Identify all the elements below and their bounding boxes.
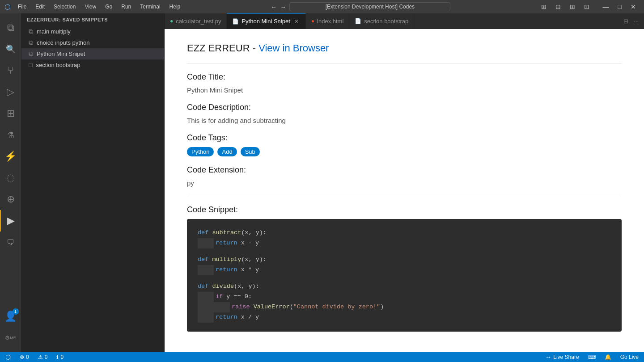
nav-forward-button[interactable]: → (280, 4, 286, 10)
menu-edit[interactable]: Edit (32, 3, 48, 11)
error-count-label: 0 (26, 354, 29, 360)
menu-go[interactable]: Go (102, 3, 116, 11)
activity-bottom: 👤 1 ⚙ME (0, 306, 21, 352)
activity-run-debug[interactable]: ▷ (0, 81, 21, 103)
tab-actions: ⊟ ··· (622, 13, 644, 29)
activity-source-control[interactable]: ⑂ (0, 60, 21, 81)
tab-calculator-label: calculator_test.py (176, 18, 221, 25)
activity-git[interactable]: ◌ (0, 167, 21, 189)
notifications-icon[interactable]: 🔔 (603, 354, 613, 360)
vscode-logo-icon: ⬡ (4, 3, 11, 11)
window-minimize-button[interactable]: — (599, 2, 613, 11)
sidebar-item-label-2: choice inputs python (37, 39, 90, 46)
activity-extensions2[interactable]: ⊕ (0, 189, 21, 210)
layout-icon-4[interactable]: ⊡ (580, 2, 593, 11)
snippet-icon-3: ⧉ (29, 50, 33, 58)
title-search[interactable]: [Extension Development Host] Codes (289, 2, 450, 11)
sidebar-item-label-1: main multiply (37, 28, 71, 35)
main-layout: ⧉ 🔍 ⑂ ▷ ⊞ ⚗ ⚡ ◌ ⊕ ▶ 🗨 👤 1 ⚙ME EZZERREUR:… (0, 13, 644, 352)
activity-extensions[interactable]: ⊞ (0, 103, 21, 124)
code-line-5: def divide(x, y): (198, 282, 611, 292)
snippet-icon-2: ⧉ (29, 39, 33, 46)
warnings-count[interactable]: ⚠ 0 (36, 354, 50, 360)
code-block: def subtract(x, y): return x - y def mul… (187, 219, 622, 332)
sidebar-item-label-4: section bootstrap (36, 62, 80, 68)
menu-view[interactable]: View (81, 3, 100, 11)
activity-bar: ⧉ 🔍 ⑂ ▷ ⊞ ⚗ ⚡ ◌ ⊕ ▶ 🗨 👤 1 ⚙ME (0, 13, 21, 352)
tab-calculator-test[interactable]: ● calculator_test.py (165, 13, 227, 29)
warning-icon: ⚠ (38, 354, 43, 360)
keyboard-icon[interactable]: ⌨ (586, 354, 597, 360)
code-line-2: return x - y (198, 238, 611, 248)
tab-section-bootstrap[interactable]: 📄 section bootstrap (349, 13, 414, 29)
code-title-value: Python Mini Snipet (187, 86, 622, 94)
snippet-icon-1: ⧉ (29, 28, 33, 35)
errors-count[interactable]: ⊗ 0 (18, 354, 31, 360)
code-line-3: def multiply(x, y): (198, 255, 611, 265)
tab-html-icon: ● (311, 18, 314, 24)
live-share-button[interactable]: ↔ Live Share (543, 354, 580, 361)
view-in-browser-link[interactable]: View in Browser (258, 42, 329, 54)
go-live-button[interactable]: Go Live (619, 354, 640, 360)
tab-index-html[interactable]: ● index.html (306, 13, 350, 29)
layout-icon-1[interactable]: ⊞ (538, 2, 550, 11)
tab-python-label: Python Mini Snipet (242, 18, 290, 25)
code-tags-label: Code Tags: (187, 133, 622, 143)
sidebar-item-label-3: Python Mini Snipet (37, 51, 85, 57)
tag-python: Python (187, 147, 214, 156)
code-line-6: if y == 0: (198, 292, 611, 302)
code-line-4: return x * y (198, 265, 611, 275)
menu-file[interactable]: File (14, 3, 30, 11)
code-description-label: Code Description: (187, 103, 622, 112)
nav-back-button[interactable]: ← (271, 4, 276, 10)
title-bar-left: ⬡ File Edit Selection View Go Run Termin… (4, 3, 184, 11)
activity-explorer[interactable]: ⧉ (0, 17, 21, 38)
code-line-7: raise ValueError("Cannot divide by zero!… (198, 302, 611, 312)
window-close-button[interactable]: ✕ (627, 2, 640, 11)
activity-settings[interactable]: ⚙ME (0, 327, 21, 349)
status-bar: ⬡ ⊗ 0 ⚠ 0 ℹ 0 ↔ Live Share ⌨ 🔔 Go Live (0, 352, 644, 362)
activity-lightning[interactable]: ⚡ (0, 146, 21, 167)
code-snippet-label: Code Snippet: (187, 205, 622, 215)
editor-panel: ● calculator_test.py 📄 Python Mini Snipe… (165, 13, 644, 352)
code-extension-value: py (187, 179, 622, 187)
activity-testing[interactable]: ⚗ (0, 124, 21, 146)
sidebar-header: EZZERREUR: SAVED SNIPPETS (21, 13, 164, 26)
sidebar-item-python-mini-snipet[interactable]: ⧉ Python Mini Snipet (21, 48, 164, 59)
menu-terminal[interactable]: Terminal (136, 3, 164, 11)
tags-container: Python Add Sub (187, 147, 622, 156)
menu-selection[interactable]: Selection (50, 3, 79, 11)
menu-run[interactable]: Run (118, 3, 135, 11)
code-line-8: return x / y (198, 312, 611, 323)
tab-bootstrap-icon: 📄 (355, 18, 361, 24)
menu-help[interactable]: Help (166, 3, 184, 11)
sidebar-item-section-bootstrap[interactable]: □ section bootstrap (21, 59, 164, 70)
tab-bar: ● calculator_test.py 📄 Python Mini Snipe… (165, 13, 644, 29)
title-bar-menu: File Edit Selection View Go Run Terminal… (14, 3, 184, 11)
info-count[interactable]: ℹ 0 (55, 354, 65, 360)
tab-python-mini-snipet[interactable]: 📄 Python Mini Snipet ✕ (227, 13, 305, 29)
activity-chat[interactable]: 🗨 (0, 232, 21, 253)
activity-account[interactable]: 👤 1 (0, 306, 21, 327)
layout-icon-2[interactable]: ⊟ (552, 2, 564, 11)
window-maximize-button[interactable]: □ (614, 2, 625, 11)
sidebar-item-choice-inputs[interactable]: ⧉ choice inputs python (21, 37, 164, 48)
remote-icon[interactable]: ⬡ (4, 354, 13, 361)
live-share-label: Live Share (553, 354, 579, 360)
warning-count-label: 0 (45, 354, 48, 360)
title-prefix: EZZ ERREUR - (187, 42, 258, 54)
divider-2 (187, 196, 622, 196)
tag-sub: Sub (241, 147, 260, 156)
split-editor-button[interactable]: ⊟ (622, 17, 630, 25)
info-count-label: 0 (60, 354, 64, 360)
sidebar-item-main-multiply[interactable]: ⧉ main multiply (21, 26, 164, 37)
divider-1 (187, 63, 622, 63)
tab-python-close-button[interactable]: ✕ (293, 18, 300, 25)
code-title-label: Code Title: (187, 72, 622, 82)
editor-content: EZZ ERREUR - View in Browser Code Title:… (165, 29, 644, 352)
activity-search[interactable]: 🔍 (0, 38, 21, 60)
title-bar: ⬡ File Edit Selection View Go Run Termin… (0, 0, 644, 13)
more-tabs-button[interactable]: ··· (632, 17, 640, 25)
activity-run[interactable]: ▶ (0, 210, 21, 232)
layout-icon-3[interactable]: ⊞ (566, 2, 579, 11)
